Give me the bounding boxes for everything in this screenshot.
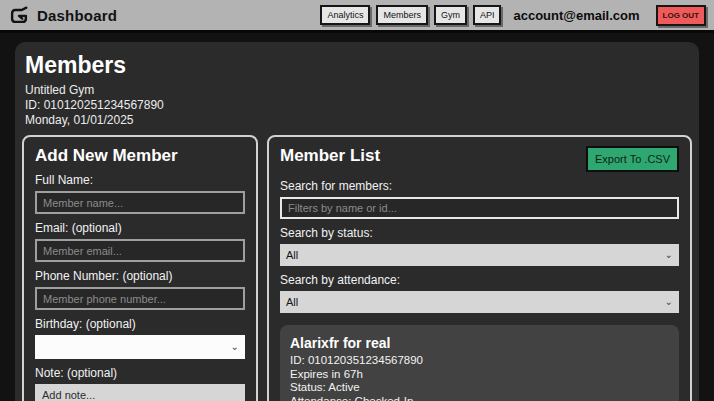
chevron-down-icon: ⌄ — [665, 297, 673, 307]
topbar: Dashboard Analytics Members Gym API acco… — [0, 0, 714, 33]
account-email: account@email.com — [513, 8, 639, 23]
status-filter-label: Search by status: — [280, 226, 679, 240]
member-status: Status: Active — [290, 381, 669, 393]
main-container: Members Untitled Gym ID: 010120251234567… — [15, 42, 699, 401]
attendance-filter-value: All — [286, 296, 298, 308]
member-id: ID: 010120351234567890 — [290, 354, 669, 366]
panels-row: Add New Member Full Name: Email: (option… — [22, 135, 692, 401]
page-header: Members Untitled Gym ID: 010120251234567… — [22, 52, 692, 127]
member-list-title: Member List — [280, 146, 380, 166]
email-label: Email: (optional) — [35, 221, 245, 235]
search-members-input[interactable] — [280, 197, 679, 219]
add-member-panel: Add New Member Full Name: Email: (option… — [22, 135, 258, 401]
status-filter-value: All — [286, 249, 298, 261]
member-card: Alarixfr for real ID: 010120351234567890… — [280, 325, 679, 401]
brand-home-link[interactable]: Dashboard — [8, 4, 117, 26]
phone-input[interactable] — [35, 287, 245, 310]
chevron-down-icon: ⌄ — [231, 342, 239, 352]
brand-logo-icon — [8, 4, 30, 26]
status-filter-select[interactable]: All ⌄ — [280, 244, 679, 266]
gym-id: ID: 010120251234567890 — [25, 98, 689, 112]
nav-analytics-button[interactable]: Analytics — [320, 5, 370, 25]
nav-members-button[interactable]: Members — [376, 5, 428, 25]
page-title: Members — [25, 52, 689, 79]
logout-button[interactable]: LOG OUT — [656, 5, 706, 26]
member-expires: Expires in 67h — [290, 368, 669, 380]
nav-gym-button[interactable]: Gym — [434, 5, 467, 25]
brand-title: Dashboard — [37, 7, 117, 24]
chevron-down-icon: ⌄ — [665, 250, 673, 260]
note-textarea[interactable] — [35, 384, 245, 401]
add-member-title: Add New Member — [35, 146, 245, 166]
email-input[interactable] — [35, 239, 245, 262]
member-list-header: Member List Export To .CSV — [280, 146, 679, 172]
export-csv-button[interactable]: Export To .CSV — [586, 146, 679, 172]
phone-label: Phone Number: (optional) — [35, 269, 245, 283]
attendance-filter-label: Search by attendance: — [280, 273, 679, 287]
nav-api-button[interactable]: API — [473, 5, 502, 25]
full-name-label: Full Name: — [35, 173, 245, 187]
member-list-panel: Member List Export To .CSV Search for me… — [267, 135, 692, 401]
attendance-filter-select[interactable]: All ⌄ — [280, 291, 679, 313]
current-date: Monday, 01/01/2025 — [25, 113, 689, 127]
gym-name: Untitled Gym — [25, 83, 689, 97]
search-members-label: Search for members: — [280, 179, 679, 193]
birthday-label: Birthday: (optional) — [35, 317, 245, 331]
topbar-nav: Analytics Members Gym API account@email.… — [320, 5, 706, 26]
full-name-input[interactable] — [35, 191, 245, 214]
note-label: Note: (optional) — [35, 366, 245, 380]
member-attendance: Attendance: Checked-In — [290, 395, 669, 401]
birthday-select[interactable]: ⌄ — [35, 335, 245, 359]
member-name: Alarixfr for real — [290, 335, 669, 351]
